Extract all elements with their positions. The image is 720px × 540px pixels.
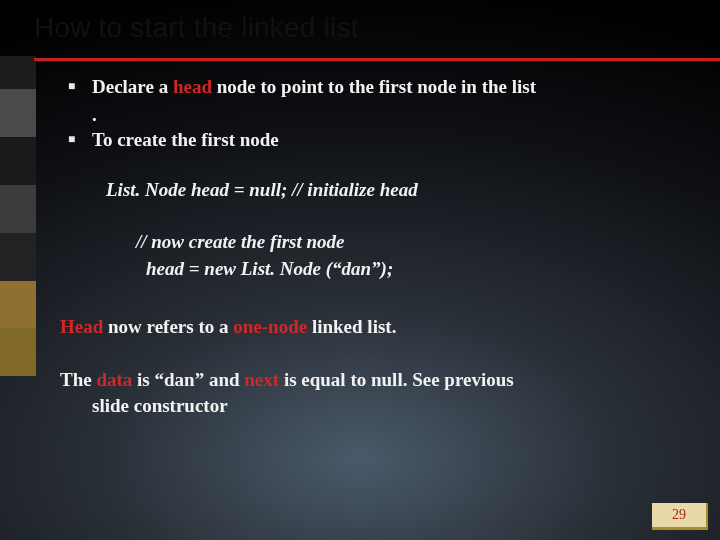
text: linked list.: [312, 316, 396, 337]
code-line: // now create the first node: [136, 229, 690, 255]
title-underline: [34, 58, 720, 61]
keyword-one-node: one-node: [229, 316, 312, 337]
text: The: [60, 369, 96, 390]
keyword-next: next: [240, 369, 284, 390]
code-line: List. Node head = null; // initialize he…: [106, 177, 690, 203]
title-area: How to start the linked list: [34, 12, 700, 50]
side-accent-stripes: [0, 56, 36, 376]
text-continuation: slide constructor: [92, 393, 690, 419]
stripe: [0, 328, 36, 376]
stripe: [0, 89, 36, 137]
bullet-text: Declare a: [92, 76, 173, 97]
slide-title: How to start the linked list: [34, 12, 700, 50]
slide-body: Declare a head node to point to the firs…: [68, 74, 690, 419]
text: is equal to null. See previous: [284, 369, 514, 390]
paragraph: The data is “dan” and next is equal to n…: [60, 367, 690, 418]
keyword-data: data: [96, 369, 137, 390]
keyword-head: Head: [60, 316, 108, 337]
text: is “dan” and: [137, 369, 239, 390]
stripe: [0, 56, 36, 89]
keyword-head: head: [173, 76, 217, 97]
stripe: [0, 185, 36, 233]
bullet-item: To create the first node: [68, 127, 690, 153]
bullet-text: To create the first node: [92, 129, 279, 150]
code-block: List. Node head = null; // initialize he…: [106, 177, 690, 282]
code-line: head = new List. Node (“dan”);: [146, 256, 690, 282]
stripe: [0, 137, 36, 185]
paragraph: Head now refers to a one-node linked lis…: [60, 314, 690, 340]
stripe: [0, 281, 36, 329]
stripe: [0, 233, 36, 281]
page-number: 29: [652, 503, 708, 530]
bullet-text: node to point to the first node in the l…: [217, 76, 536, 97]
text: now refers to a: [108, 316, 228, 337]
slide: How to start the linked list Declare a h…: [0, 0, 720, 540]
bullet-item: Declare a head node to point to the firs…: [68, 74, 690, 100]
bullet-continuation: .: [92, 102, 690, 128]
